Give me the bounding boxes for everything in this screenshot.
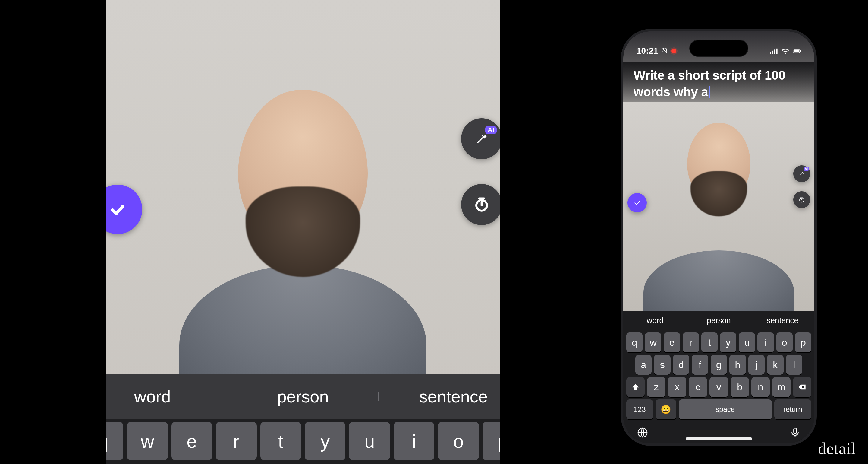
key[interactable]: n: [751, 377, 770, 397]
silent-mode-icon: [661, 47, 669, 55]
dynamic-island: [689, 40, 748, 57]
svg-rect-6: [794, 50, 799, 52]
status-time: 10:21: [637, 46, 658, 56]
confirm-button[interactable]: [627, 193, 647, 212]
key[interactable]: w: [645, 332, 661, 352]
svg-rect-7: [800, 50, 801, 52]
person-silhouette: [179, 60, 427, 379]
magic-wand-icon: [798, 170, 805, 177]
key[interactable]: z: [647, 377, 665, 397]
key[interactable]: l: [786, 355, 802, 375]
return-key[interactable]: return: [774, 400, 811, 419]
key[interactable]: e: [664, 332, 680, 352]
home-indicator[interactable]: [686, 437, 752, 440]
svg-rect-1: [770, 52, 771, 54]
suggestion-item[interactable]: sentence: [378, 387, 500, 406]
suggestion-item[interactable]: word: [106, 387, 227, 406]
timer-icon: [473, 196, 490, 213]
ios-keyboard: word person sentence q w e r t y u i o p…: [623, 311, 814, 443]
suggestion-bar: word person sentence: [623, 311, 814, 330]
space-key[interactable]: space: [679, 400, 772, 419]
phone-screen: Write a short script of 100 words why a …: [623, 31, 814, 443]
keyboard-row: q w e r t y u i o p: [106, 419, 500, 464]
emoji-key[interactable]: 😀: [655, 400, 676, 419]
key[interactable]: d: [673, 355, 689, 375]
suggestion-item[interactable]: person: [687, 316, 750, 325]
globe-icon[interactable]: [637, 427, 648, 438]
key[interactable]: i: [757, 332, 774, 352]
suggestion-item[interactable]: person: [227, 387, 378, 406]
key[interactable]: y: [305, 422, 345, 460]
ai-badge: AI: [804, 167, 809, 171]
timer-button[interactable]: [793, 191, 810, 208]
timer-button[interactable]: [461, 184, 500, 225]
suggestion-item[interactable]: word: [623, 316, 687, 325]
svg-rect-10: [794, 428, 797, 434]
key[interactable]: r: [216, 422, 256, 460]
magic-wand-icon: [475, 133, 488, 145]
key[interactable]: v: [710, 377, 728, 397]
camera-preview: [623, 102, 814, 311]
key[interactable]: p: [483, 422, 500, 460]
cellular-signal-icon: [770, 48, 778, 54]
key[interactable]: q: [626, 332, 643, 352]
ai-wand-button[interactable]: AI: [793, 165, 810, 182]
check-icon: [109, 201, 126, 218]
keyboard-area: word person sentence q w e r t y u i o p: [106, 374, 500, 464]
key[interactable]: j: [748, 355, 765, 375]
script-prompt-text[interactable]: Write a short script of 100 words why a: [623, 62, 814, 102]
key[interactable]: s: [654, 355, 670, 375]
dictation-mic-icon[interactable]: [789, 427, 801, 438]
key[interactable]: p: [795, 332, 811, 352]
key[interactable]: m: [772, 377, 790, 397]
key[interactable]: u: [349, 422, 390, 460]
key[interactable]: y: [720, 332, 736, 352]
suggestion-bar: word person sentence: [106, 374, 500, 419]
brand-watermark: detail: [818, 439, 856, 458]
key[interactable]: t: [260, 422, 301, 460]
ai-wand-button[interactable]: AI: [461, 118, 500, 159]
key[interactable]: o: [776, 332, 793, 352]
zoomed-app-view: AI word person sentence q w e r t y u i …: [106, 0, 500, 464]
text-cursor: [709, 86, 710, 98]
recording-indicator-icon: [672, 49, 676, 53]
timer-icon: [798, 196, 805, 203]
key[interactable]: o: [438, 422, 478, 460]
backspace-key[interactable]: [793, 377, 811, 397]
key[interactable]: a: [635, 355, 652, 375]
key[interactable]: g: [711, 355, 727, 375]
check-icon: [633, 199, 641, 207]
key[interactable]: i: [394, 422, 434, 460]
key[interactable]: w: [127, 422, 167, 460]
wifi-icon: [781, 48, 789, 54]
svg-rect-2: [772, 51, 773, 54]
key[interactable]: f: [692, 355, 708, 375]
shift-icon: [631, 383, 640, 391]
key[interactable]: e: [172, 422, 212, 460]
key[interactable]: b: [731, 377, 749, 397]
key[interactable]: c: [689, 377, 707, 397]
svg-rect-3: [774, 50, 775, 54]
key[interactable]: q: [106, 422, 123, 460]
svg-rect-4: [776, 49, 778, 54]
iphone-mockup: 10:21 Write a short script of 100 words …: [621, 29, 817, 446]
key[interactable]: h: [730, 355, 746, 375]
shift-key[interactable]: [626, 377, 645, 397]
key[interactable]: t: [701, 332, 718, 352]
ai-badge: AI: [485, 126, 497, 134]
key[interactable]: u: [739, 332, 755, 352]
key[interactable]: x: [668, 377, 686, 397]
suggestion-item[interactable]: sentence: [751, 316, 814, 325]
battery-icon: [793, 48, 801, 54]
key[interactable]: r: [683, 332, 699, 352]
key[interactable]: k: [767, 355, 783, 375]
backspace-icon: [798, 383, 806, 391]
numeric-key[interactable]: 123: [626, 400, 653, 419]
